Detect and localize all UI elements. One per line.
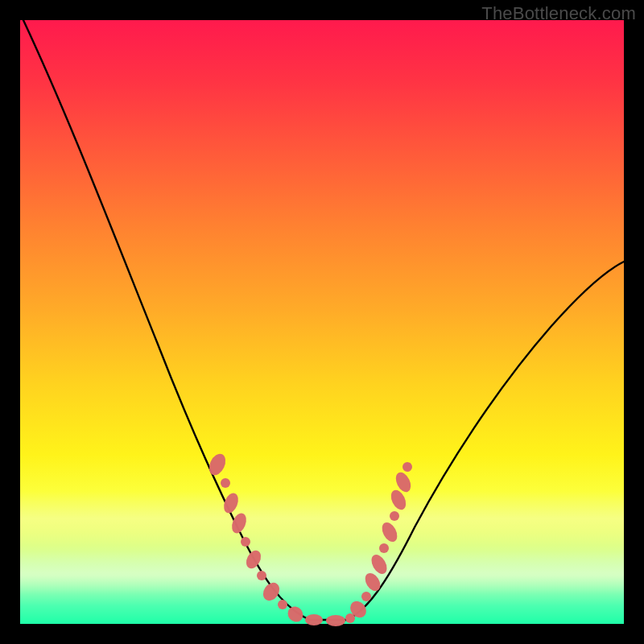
svg-point-5 [243,548,263,572]
svg-point-16 [369,552,390,577]
svg-point-8 [278,600,287,609]
svg-point-7 [260,580,283,604]
svg-point-11 [326,615,345,626]
svg-point-10 [305,614,323,625]
svg-point-15 [362,571,383,594]
marker-cluster-left [206,452,306,625]
svg-point-19 [390,511,399,521]
svg-point-1 [221,478,230,488]
svg-point-9 [285,604,307,625]
watermark-text: TheBottleneck.com [481,3,636,24]
plot-area [20,20,624,624]
svg-point-6 [257,571,266,580]
svg-point-4 [241,537,250,547]
svg-point-18 [379,520,400,544]
bottleneck-curve [23,20,624,620]
svg-point-0 [206,452,229,478]
curve-layer [20,20,624,624]
svg-point-2 [221,491,242,515]
svg-point-22 [402,462,412,472]
marker-cluster-bottom [305,613,355,626]
chart-frame: TheBottleneck.com [0,0,644,644]
svg-point-17 [379,543,389,553]
marker-cluster-right [347,462,414,621]
svg-point-14 [361,592,371,601]
